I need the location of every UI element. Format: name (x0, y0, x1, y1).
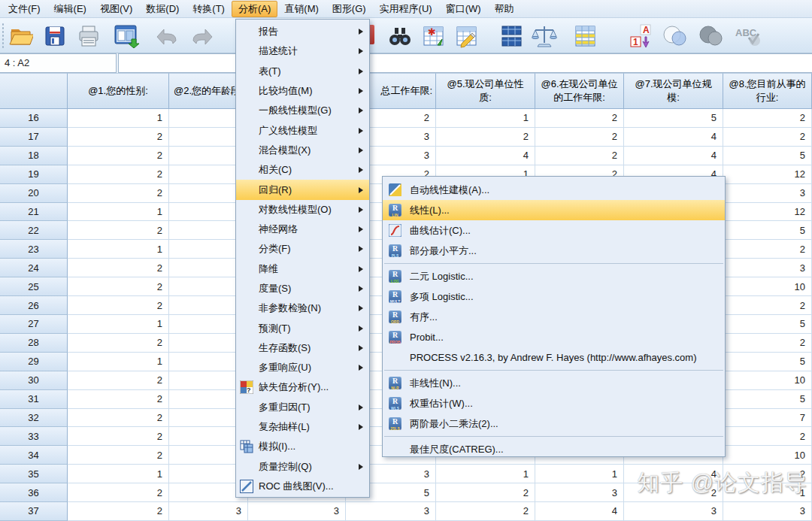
grid-cell[interactable]: 2 (68, 184, 169, 203)
grid-cell[interactable]: 2 (436, 502, 535, 521)
grid-cell[interactable]: 3 (723, 502, 812, 521)
grid-cell[interactable]: 2 (68, 446, 169, 465)
regression-submenu-item[interactable]: 最佳尺度(CATREG)... (383, 439, 725, 459)
regression-submenu-item[interactable]: RPROBProbit... (383, 327, 725, 347)
open-file-button[interactable] (8, 23, 35, 50)
analyze-menu-item[interactable]: 降维 (236, 259, 369, 279)
column-header[interactable]: @5.现公司单位性 质: (436, 73, 535, 109)
analyze-menu-item[interactable]: 比较均值(M) (236, 81, 369, 101)
menubar-item[interactable]: 编辑(E) (47, 1, 93, 17)
grid-cell[interactable]: 2 (68, 296, 169, 315)
analyze-menu-item[interactable]: ROC 曲线图(V)... (236, 477, 369, 496)
grid-cell[interactable]: 4 (535, 502, 624, 521)
grid-cell[interactable]: 3 (723, 259, 812, 277)
column-header[interactable]: @8.您目前从事的 行业: (723, 73, 812, 109)
grid-cell[interactable]: 1 (68, 109, 169, 128)
regression-submenu-item[interactable]: RWLS权重估计(W)... (383, 393, 725, 413)
grid-cell[interactable]: 2 (68, 259, 169, 277)
grid-cell[interactable]: 3 (169, 502, 248, 521)
grid-cell[interactable]: 2 (723, 427, 812, 446)
grid-cell[interactable]: 10 (723, 277, 812, 296)
find-button[interactable] (386, 23, 414, 50)
row-number-cell[interactable]: 31 (0, 390, 68, 409)
row-number-cell[interactable]: 28 (0, 334, 68, 353)
column-header[interactable]: @1.您的性别: (68, 73, 169, 109)
value-labels-button[interactable]: A 1 (628, 23, 655, 50)
row-number-cell[interactable]: 33 (0, 427, 68, 446)
grid-cell[interactable]: 2 (436, 128, 535, 147)
menubar-item[interactable]: 直销(M) (277, 1, 326, 17)
grid-cell[interactable]: 2 (68, 502, 169, 521)
row-number-cell[interactable]: 29 (0, 353, 68, 371)
regression-submenu-item[interactable]: RLOG二元 Logistic... (383, 266, 725, 286)
print-button[interactable] (75, 23, 102, 50)
analyze-menu-item[interactable]: 神经网络 (236, 220, 369, 239)
grid-cell[interactable]: 1 (68, 203, 169, 222)
regression-submenu-item[interactable]: PROCESS v2.16.3, by Andrew F. Hayes (htt… (383, 347, 725, 368)
regression-submenu-item[interactable]: RLIN线性(L)... (383, 200, 725, 220)
menubar-item[interactable]: 数据(D) (139, 1, 186, 17)
analyze-menu-item[interactable]: 报告 (236, 22, 369, 41)
grid-cell[interactable]: 1 (68, 465, 169, 483)
regression-submenu-item[interactable]: RMULT多项 Logistic... (383, 286, 725, 307)
row-number-cell[interactable]: 24 (0, 259, 68, 277)
analyze-menu-item[interactable]: 描述统计 (236, 41, 369, 61)
grid-cell[interactable]: 3 (535, 483, 624, 502)
menubar-item[interactable]: 分析(A) (232, 1, 277, 17)
column-header[interactable]: @7.现公司单位规 模: (624, 73, 723, 109)
grid-cell[interactable]: 5 (723, 390, 812, 409)
analyze-menu-item[interactable]: 复杂抽样(L) (236, 417, 369, 437)
grid-cell[interactable]: 2 (68, 483, 169, 502)
analyze-menu-item[interactable]: 预测(T) (236, 318, 369, 338)
analyze-menu-item[interactable]: 多重响应(U) (236, 358, 369, 377)
regression-submenu-item[interactable]: RNLR非线性(N)... (383, 373, 725, 393)
row-number-cell[interactable]: 26 (0, 296, 68, 315)
grid-cell[interactable]: 1 (68, 240, 169, 259)
recall-dialogs-button[interactable] (113, 23, 140, 50)
grid-cell[interactable]: 2 (68, 409, 169, 428)
grid-cell[interactable]: 2 (535, 147, 624, 165)
cell-editor[interactable] (118, 53, 812, 73)
row-number-cell[interactable]: 36 (0, 483, 68, 502)
grid-cell[interactable]: 2 (535, 109, 624, 128)
analyze-menu-item[interactable]: 混合模型(X) (236, 141, 369, 160)
row-number-cell[interactable]: 22 (0, 221, 68, 240)
row-number-cell[interactable]: 17 (0, 128, 68, 147)
menubar-item[interactable]: 帮助 (488, 1, 521, 17)
analyze-menu-item[interactable]: 回归(R) (236, 180, 369, 199)
analyze-menu-item[interactable]: 一般线性模型(G) (236, 101, 369, 120)
regression-submenu-item[interactable]: 自动线性建模(A)... (383, 180, 725, 200)
menubar-item[interactable]: 转换(T) (186, 1, 232, 17)
weight-cases-button[interactable] (531, 23, 558, 50)
analyze-menu-item[interactable]: 表(T) (236, 62, 369, 81)
grid-cell[interactable]: 2 (436, 483, 535, 502)
analyze-menu-item[interactable]: 非参数检验(N) (236, 298, 369, 318)
show-all-variables-button[interactable] (698, 23, 725, 50)
row-number-cell[interactable]: 30 (0, 371, 68, 390)
menubar-item[interactable]: 视图(V) (93, 1, 139, 17)
grid-cell[interactable]: 1 (68, 315, 169, 334)
grid-cell[interactable]: 2 (68, 334, 169, 353)
spell-check-button[interactable]: ABC (734, 23, 761, 50)
grid-cell[interactable]: 5 (723, 353, 812, 371)
grid-cell[interactable]: 2 (723, 296, 812, 315)
menubar-item[interactable]: 图形(G) (326, 1, 373, 17)
corner-header-cell[interactable] (0, 73, 68, 109)
grid-cell[interactable]: 2 (68, 221, 169, 240)
select-cases-button[interactable] (571, 23, 598, 50)
grid-cell[interactable]: 2 (723, 128, 812, 147)
regression-submenu-item[interactable]: RPLS部分最小平方... (383, 241, 725, 261)
grid-cell[interactable]: 2 (723, 109, 812, 128)
analyze-menu-item[interactable]: ?缺失值分析(Y)... (236, 377, 369, 397)
row-number-cell[interactable]: 21 (0, 203, 68, 222)
redo-button[interactable] (188, 23, 215, 50)
split-file-button[interactable] (498, 23, 525, 50)
row-number-cell[interactable]: 19 (0, 165, 68, 184)
analyze-menu-item[interactable]: 模拟(I)... (236, 437, 369, 456)
grid-cell[interactable]: 1 (436, 465, 535, 483)
column-header[interactable]: @6.在现公司单位 的工作年限: (535, 73, 624, 109)
grid-cell[interactable]: 3 (248, 502, 346, 521)
row-number-cell[interactable]: 25 (0, 277, 68, 296)
grid-cell[interactable]: 2 (68, 371, 169, 390)
grid-cell[interactable]: 1 (436, 109, 535, 128)
